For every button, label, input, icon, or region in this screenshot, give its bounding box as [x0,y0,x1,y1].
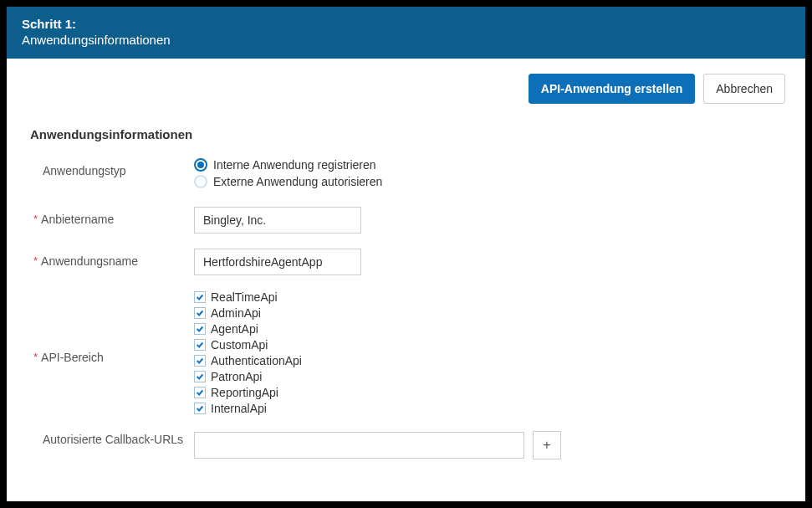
scope-label: CustomApi [211,338,268,351]
scope-list: RealTimeApi AdminApi AgentApi CustomApi … [194,290,785,418]
scope-label: InternalApi [211,402,267,415]
scope-item[interactable]: CustomApi [194,338,785,351]
dialog-body: API-Anwendung erstellen Abbrechen Anwend… [7,59,805,495]
required-icon: * [33,351,38,363]
required-icon: * [33,213,38,225]
action-bar: API-Anwendung erstellen Abbrechen [27,74,785,104]
label-api-scope: * API-Bereich [27,290,194,364]
checkbox-icon [194,371,206,382]
required-icon: * [33,254,38,267]
field-app-type: Interne Anwendung registrieren Externe A… [194,158,785,192]
add-callback-button[interactable]: + [533,431,561,459]
label-app-name: * Anwendungsname [27,249,194,268]
row-app-type: Anwendungstyp Interne Anwendung registri… [27,158,785,192]
scope-item[interactable]: AgentApi [194,322,785,336]
row-vendor: * Anbietername [27,207,785,233]
dialog-header: Schritt 1: Anwendungsinformationen [7,7,805,59]
radio-external[interactable]: Externe Anwendung autorisieren [194,175,785,188]
vendor-input[interactable] [194,207,361,233]
step-label: Schritt 1: [22,17,790,31]
cancel-button[interactable]: Abbrechen [703,74,785,104]
scope-label: ReportingApi [211,386,278,399]
row-app-name: * Anwendungsname [27,249,785,275]
scope-label: AdminApi [211,306,261,320]
app-name-input[interactable] [194,249,361,275]
checkbox-icon [194,291,206,303]
scope-label: PatronApi [211,370,262,383]
scope-item[interactable]: AuthenticationApi [194,354,785,367]
row-api-scope: * API-Bereich RealTimeApi AdminApi Agent… [27,290,785,418]
row-callback: Autorisierte Callback-URLs + [27,431,785,459]
checkbox-icon [194,387,206,398]
label-app-type: Anwendungstyp [27,158,194,177]
radio-icon [194,175,207,188]
section-title: Anwendungsinformationen [30,127,785,141]
checkbox-icon [194,339,206,351]
create-button[interactable]: API-Anwendung erstellen [529,74,696,104]
label-callback: Autorisierte Callback-URLs [27,431,194,446]
scope-label: RealTimeApi [211,290,278,304]
checkbox-icon [194,403,206,414]
scope-item[interactable]: ReportingApi [194,386,785,399]
radio-label-external: Externe Anwendung autorisieren [213,175,382,188]
checkbox-icon [194,355,206,367]
radio-label-internal: Interne Anwendung registrieren [213,158,376,172]
scope-item[interactable]: PatronApi [194,370,785,383]
radio-internal[interactable]: Interne Anwendung registrieren [194,158,785,172]
step-title: Anwendungsinformationen [22,33,790,47]
dialog-panel: Schritt 1: Anwendungsinformationen API-A… [7,7,805,501]
scope-label: AgentApi [211,322,258,336]
checkbox-icon [194,307,206,319]
checkbox-icon [194,323,206,335]
scope-item[interactable]: RealTimeApi [194,290,785,304]
radio-icon [194,158,207,172]
plus-icon: + [543,438,550,453]
callback-input[interactable] [194,432,524,459]
label-vendor: * Anbietername [27,207,194,226]
scope-label: AuthenticationApi [211,354,302,367]
scope-item[interactable]: InternalApi [194,402,785,415]
scope-item[interactable]: AdminApi [194,306,785,320]
